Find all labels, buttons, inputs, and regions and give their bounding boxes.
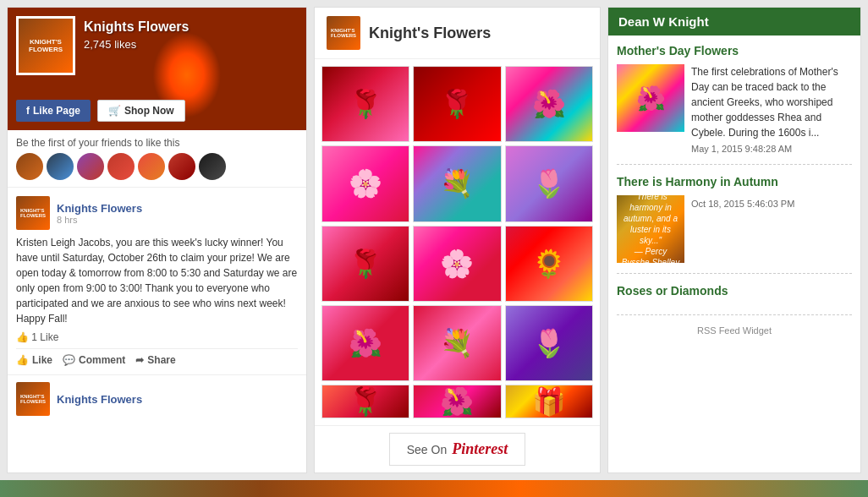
avatar	[138, 153, 165, 180]
next-post-preview: KNIGHT'SFLOWERS Knights Flowers	[8, 375, 306, 423]
list-item[interactable]: 🌸	[321, 145, 409, 221]
flower-image: 🌷	[506, 306, 592, 380]
post-avatar: KNIGHT'SFLOWERS	[16, 196, 50, 230]
facebook-widget: KNIGHT'SFLOWERS Knights Flowers 2,745 li…	[7, 7, 307, 473]
autumn-image: "There is harmony in autumn, and a luste…	[617, 195, 684, 263]
bottom-decorative-strip	[0, 480, 868, 497]
blog-entry-mothers-day: Mother's Day Flowers 🌺 The first celebra…	[617, 44, 852, 165]
post-page-name[interactable]: Knights Flowers	[57, 202, 142, 215]
post-time: 8 hrs	[57, 215, 142, 225]
blog-author-name: Dean W Knight	[618, 14, 709, 29]
pinterest-header: KNIGHT'SFLOWERS Knight's Flowers	[315, 8, 600, 59]
list-item[interactable]: 🌸	[413, 226, 501, 302]
fb-page-logo: KNIGHT'SFLOWERS	[16, 16, 75, 75]
blog-post-date: May 1, 2015 9:48:28 AM	[691, 144, 852, 154]
fb-friends-section: Be the first of your friends to like thi…	[8, 130, 306, 188]
see-on-pinterest-button[interactable]: See On Pinterest	[389, 433, 525, 466]
fb-action-buttons: f Like Page 🛒 Shop Now	[16, 100, 185, 122]
flower-image: 🌸	[414, 227, 500, 301]
blog-post-content: Oct 18, 2015 5:46:03 PM	[691, 195, 794, 263]
blog-post-title-roses[interactable]: Roses or Diamonds	[617, 284, 852, 298]
blog-post-image: "There is harmony in autumn, and a luste…	[617, 195, 684, 263]
friends-avatars	[16, 153, 298, 180]
friends-text: Be the first of your friends to like thi…	[16, 137, 179, 149]
list-item[interactable]: 🌹	[321, 66, 409, 142]
post-likes: 👍 1 Like	[16, 331, 298, 343]
fb-scroll-area[interactable]: Be the first of your friends to like thi…	[8, 130, 306, 464]
blog-entry-autumn: There is Harmony in Autumn "There is har…	[617, 175, 852, 274]
rss-feed-label: RSS Feed Widget	[617, 325, 852, 336]
flower-image: 🌸	[322, 146, 409, 221]
share-icon: ➦	[135, 354, 144, 366]
blog-post-content: The first celebrations of Mother's Day c…	[691, 64, 852, 154]
pinterest-page-title: Knight's Flowers	[369, 25, 491, 42]
flower-image: 🌹	[322, 227, 409, 301]
like-page-label: Like Page	[33, 105, 80, 117]
post-header: KNIGHT'SFLOWERS Knights Flowers 8 hrs	[16, 196, 298, 230]
post-text: Kristen Leigh Jacobs, you are this week'…	[16, 235, 298, 326]
blog-widget: Dean W Knight Mother's Day Flowers 🌺 The…	[607, 7, 861, 473]
next-post-name[interactable]: Knights Flowers	[57, 393, 142, 406]
next-post-avatar: KNIGHT'SFLOWERS	[16, 382, 50, 416]
like-page-button[interactable]: f Like Page	[16, 100, 91, 122]
flower-image: 🎁	[506, 385, 592, 418]
pinterest-footer: See On Pinterest	[315, 425, 600, 472]
fb-page-likes: 2,745 likes	[84, 38, 136, 51]
blog-content[interactable]: Mother's Day Flowers 🌺 The first celebra…	[608, 36, 860, 472]
share-button[interactable]: ➦ Share	[135, 354, 175, 366]
list-item[interactable]: 🌻	[505, 226, 593, 302]
flower-image: 🌹	[322, 385, 409, 418]
flower-image: 🌺	[414, 385, 500, 418]
avatar	[47, 153, 74, 180]
list-item[interactable]: 🌹	[413, 66, 501, 142]
flower-image: 🌹	[414, 67, 500, 141]
share-label: Share	[147, 354, 175, 366]
fb-icon: f	[26, 105, 30, 117]
list-item[interactable]: 🌷	[505, 305, 593, 381]
flowers-image: 🌺	[617, 64, 684, 132]
shop-now-button[interactable]: 🛒 Shop Now	[97, 100, 185, 122]
post-meta: Knights Flowers 8 hrs	[57, 202, 142, 225]
post-container: KNIGHT'SFLOWERS Knights Flowers 8 hrs Kr…	[8, 188, 306, 375]
blog-entry-roses: Roses or Diamonds	[617, 284, 852, 315]
comment-icon: 💬	[63, 354, 75, 366]
flower-image: 💐	[414, 306, 500, 380]
post-actions: 👍 Like 💬 Comment ➦ Share	[16, 348, 298, 366]
list-item[interactable]: 🌺	[505, 66, 593, 142]
blog-post-title-mothers-day[interactable]: Mother's Day Flowers	[617, 44, 852, 57]
list-item[interactable]: 🌹	[321, 226, 409, 302]
blog-post-text: The first celebrations of Mother's Day c…	[691, 64, 852, 140]
blog-post-title-autumn[interactable]: There is Harmony in Autumn	[617, 175, 852, 188]
flower-image: 🌺	[322, 306, 409, 380]
fb-page-name: Knights Flowers	[84, 19, 189, 35]
list-item[interactable]: 🌷	[505, 145, 593, 221]
comment-button[interactable]: 💬 Comment	[63, 354, 125, 366]
fb-header: KNIGHT'SFLOWERS Knights Flowers 2,745 li…	[8, 8, 306, 130]
avatar	[199, 153, 226, 180]
likes-count: 1 Like	[31, 331, 58, 343]
avatar	[16, 153, 43, 180]
flower-image: 🌺	[506, 67, 592, 141]
comment-label: Comment	[79, 354, 125, 366]
list-item[interactable]: 🌺	[413, 385, 501, 418]
list-item[interactable]: 💐	[413, 305, 501, 381]
pinterest-logo-text: Pinterest	[452, 440, 508, 458]
flower-image: 💐	[414, 146, 500, 221]
shop-now-label: Shop Now	[124, 105, 174, 117]
see-on-label: See On	[407, 443, 447, 456]
avatar	[168, 153, 195, 180]
flower-image: 🌹	[322, 67, 409, 141]
flower-image: 🌻	[506, 227, 592, 301]
list-item[interactable]: 🌺	[321, 305, 409, 381]
like-button[interactable]: 👍 Like	[16, 354, 52, 366]
like-icon: 👍	[16, 354, 29, 366]
list-item[interactable]: 🎁	[505, 385, 593, 418]
like-label: Like	[32, 354, 52, 366]
thumbs-up-icon: 👍	[16, 331, 29, 343]
list-item[interactable]: 💐	[413, 145, 501, 221]
pinterest-grid: 🌹 🌹 🌺 🌸 💐 🌷 🌹 🌸 🌻 🌺 💐 🌷 🌹 🌺 🎁	[315, 59, 600, 425]
list-item[interactable]: 🌹	[321, 385, 409, 418]
blog-header: Dean W Knight	[608, 8, 860, 36]
avatar	[77, 153, 104, 180]
avatar	[107, 153, 135, 180]
